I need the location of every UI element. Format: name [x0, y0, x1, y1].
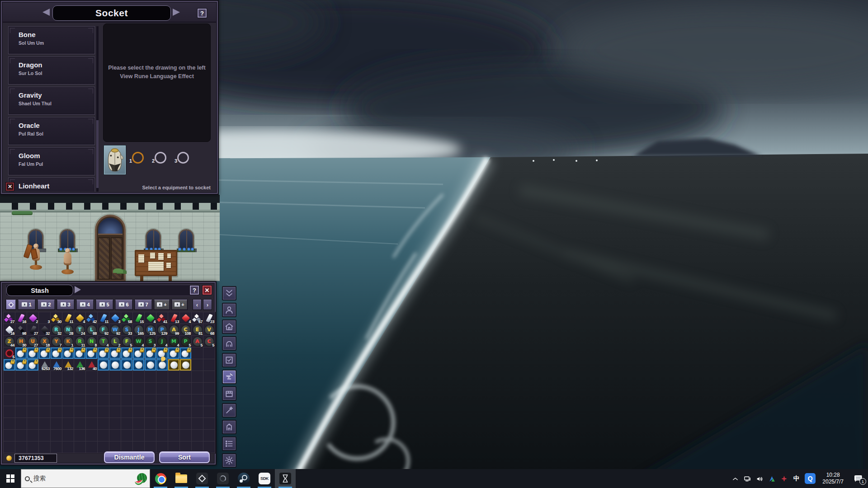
stash-cell[interactable] [133, 359, 145, 371]
stash-cell[interactable]: 11 [98, 312, 109, 324]
stash-cell[interactable]: F5 [121, 336, 133, 347]
stash-cell[interactable]: J165 [133, 324, 145, 336]
stash-cell[interactable] [145, 430, 156, 441]
dismantle-button[interactable]: Dismantle [104, 451, 155, 463]
stash-cell[interactable] [145, 383, 156, 394]
taskbar-search-input[interactable]: 搜索 [21, 469, 150, 488]
stash-cell[interactable]: W92 [109, 324, 121, 336]
stash-cell[interactable]: V68 [203, 324, 215, 336]
stash-cell[interactable] [168, 347, 180, 359]
start-button[interactable] [0, 469, 21, 488]
stash-cell[interactable] [203, 359, 215, 371]
stash-cell[interactable] [4, 406, 15, 418]
stash-cell[interactable] [180, 359, 192, 371]
stash-cell[interactable] [4, 359, 15, 371]
socket-list-item[interactable]: GloomFal Um Pul [8, 147, 95, 175]
taskbar-app-file-explorer[interactable] [171, 469, 192, 488]
rune-socket-circle[interactable]: 2 [155, 152, 166, 164]
sort-button[interactable]: Sort [159, 451, 210, 463]
stash-cell[interactable]: 98 [15, 324, 27, 336]
stash-cell[interactable] [74, 406, 86, 418]
stash-cell[interactable] [180, 347, 192, 359]
stash-cell[interactable] [121, 347, 133, 359]
stash-cell[interactable]: A5 [192, 336, 203, 347]
tray-a-app[interactable] [766, 469, 778, 488]
stash-close-button[interactable]: ✕ [202, 285, 212, 295]
stash-cell[interactable] [203, 430, 215, 441]
stash-cell[interactable]: 41 [156, 312, 168, 324]
tray-q-app[interactable]: Q [802, 469, 818, 488]
stash-cell[interactable]: 13 [168, 312, 180, 324]
stash-cell[interactable] [121, 430, 133, 441]
sidebar-button-task-list[interactable] [222, 436, 236, 451]
stash-cell[interactable] [168, 430, 180, 441]
stash-cell[interactable] [39, 418, 51, 430]
stash-cell[interactable] [109, 394, 121, 406]
socket-list-item[interactable]: DragonSur Lo Sol [8, 56, 95, 84]
stash-cell[interactable] [86, 383, 98, 394]
stash-cell[interactable] [145, 371, 156, 383]
stash-cell[interactable] [121, 418, 133, 430]
stash-help-button[interactable]: ? [189, 285, 199, 295]
tabs-prev-button[interactable]: ‹ [193, 299, 202, 310]
stash-cell[interactable]: M4 [168, 336, 180, 347]
stash-cell[interactable]: L2 [109, 336, 121, 347]
stash-tab-3[interactable]: 3 [57, 299, 75, 310]
stash-cell[interactable] [192, 430, 203, 441]
tray-volume[interactable] [754, 469, 766, 488]
stash-cell[interactable]: A99 [168, 324, 180, 336]
game-world-viewport[interactable] [0, 195, 220, 281]
stash-cell[interactable] [156, 430, 168, 441]
taskbar-app-chrome[interactable] [150, 469, 171, 488]
taskbar-app-unity-hub[interactable] [192, 469, 212, 488]
stash-cell[interactable] [145, 359, 156, 371]
stash-cell[interactable] [180, 418, 192, 430]
stash-cell[interactable] [51, 430, 62, 441]
stash-cell[interactable] [27, 347, 39, 359]
stash-cell[interactable]: 40 [86, 359, 98, 371]
stash-cell[interactable]: 7600 [51, 359, 62, 371]
stash-cell[interactable] [203, 406, 215, 418]
stash-cell[interactable] [62, 430, 74, 441]
socket-list-scrollbar[interactable] [96, 26, 99, 192]
stash-cell[interactable]: 132 [62, 359, 74, 371]
stash-cell[interactable] [98, 359, 109, 371]
stash-cell[interactable] [15, 347, 27, 359]
taskbar-app-game-app[interactable] [212, 469, 233, 488]
stash-cell[interactable] [145, 418, 156, 430]
sidebar-button-merchant[interactable] [222, 303, 236, 317]
stash-cell[interactable]: P129 [156, 324, 168, 336]
stash-cell[interactable] [203, 371, 215, 383]
stash-cell[interactable] [133, 406, 145, 418]
stash-cell[interactable]: L88 [86, 324, 98, 336]
stash-cell[interactable] [51, 394, 62, 406]
stash-cell[interactable] [180, 371, 192, 383]
stash-cell[interactable]: 23 [203, 312, 215, 324]
stash-cell[interactable] [74, 418, 86, 430]
stash-cell[interactable] [168, 406, 180, 418]
stash-cell[interactable]: 16 [15, 312, 27, 324]
stash-cell[interactable] [133, 371, 145, 383]
sidebar-button-helmet[interactable] [222, 336, 236, 351]
stash-cell[interactable] [74, 371, 86, 383]
stash-cell[interactable] [51, 406, 62, 418]
stash-cell[interactable] [86, 418, 98, 430]
stash-cell[interactable] [145, 406, 156, 418]
stash-cell[interactable] [62, 371, 74, 383]
stash-cell[interactable]: J4 [156, 336, 168, 347]
stash-cell[interactable] [156, 406, 168, 418]
stash-cell[interactable] [180, 394, 192, 406]
stash-cell[interactable]: 4 [74, 312, 86, 324]
stash-tab-add[interactable]: + [171, 299, 188, 310]
stash-cell[interactable]: T4 [98, 336, 109, 347]
stash-cell[interactable] [168, 394, 180, 406]
stash-cell[interactable] [62, 394, 74, 406]
stash-cell[interactable]: C108 [180, 324, 192, 336]
tray-pinwheel-app[interactable] [778, 469, 790, 488]
stash-cell[interactable] [109, 383, 121, 394]
stash-cell[interactable]: R11 [74, 336, 86, 347]
stash-cell[interactable] [121, 371, 133, 383]
rune-socket-circle[interactable]: 1 [132, 152, 144, 164]
stash-cell[interactable] [192, 383, 203, 394]
stash-cell[interactable]: Y7 [51, 336, 62, 347]
